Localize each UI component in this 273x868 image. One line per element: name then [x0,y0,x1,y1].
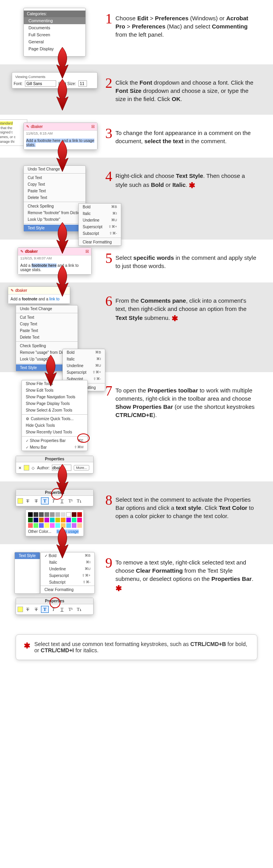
swatch[interactable] [34,523,38,528]
style-bold[interactable]: ✓ Bold⌘B [41,552,94,559]
swatch[interactable] [61,512,66,517]
style-underline[interactable]: Underline⌘U [63,362,105,369]
show-pagenav-tools[interactable]: Show Page Navigation Tools [22,394,87,400]
swatch[interactable] [34,518,38,522]
comment-text[interactable]: Add a footnote here and a link to usage … [18,261,91,274]
super-button[interactable]: T¹ [67,606,74,613]
swatch[interactable] [44,512,49,517]
show-edit-tools[interactable]: Show Edit Tools [22,387,87,394]
swatch[interactable] [55,518,60,522]
bold-button[interactable]: T [41,497,49,504]
ctx-cut[interactable]: Cut Text [24,174,85,181]
ctx-spelling[interactable]: Check Spelling [16,343,78,349]
underline-button[interactable]: T [58,606,66,613]
ctx-remove-dict[interactable]: Remove "footnote" from Dictionary [24,209,85,216]
category-item-fullscreen[interactable]: Full Screen [24,31,85,38]
author-field[interactable] [52,465,71,471]
swatch[interactable] [28,518,33,522]
show-selectzoom-tools[interactable]: Show Select & Zoom Tools [22,407,87,414]
style-subscript[interactable]: Subscript⇧⌘- [79,230,121,237]
category-item-commenting[interactable]: Commenting [24,17,85,24]
swatch[interactable] [39,518,44,522]
strike1-button[interactable]: T [24,606,32,613]
ctx-paste[interactable]: Paste Text [16,327,78,334]
super-button[interactable]: T¹ [67,497,74,504]
swatch[interactable] [72,523,76,528]
show-recent-tools[interactable]: Show Recently Used Tools [22,429,87,435]
swatch[interactable] [66,523,71,528]
style-superscript[interactable]: Superscript⇧⌘+ [41,572,94,579]
customize-quick-tools[interactable]: Customize Quick Tools... [22,415,87,422]
swatch[interactable] [77,523,82,528]
category-item-general[interactable]: General [24,38,85,45]
swatch[interactable] [44,523,49,528]
ctx-copy[interactable]: Copy Text [24,181,85,188]
font-dropdown[interactable] [25,80,56,87]
comment-text[interactable]: Add a footnote and a link to [8,295,70,304]
ctx-delete[interactable]: Delete Text [24,194,85,201]
swatch[interactable] [50,518,55,522]
bold-button[interactable]: T [41,606,49,613]
ctx-spelling[interactable]: Check Spelling [24,203,85,209]
hide-quick-tools[interactable]: Hide Quick Tools [22,422,87,429]
swatch[interactable] [50,512,55,517]
comment-text[interactable]: Add a footnote here and a link to usage … [24,136,97,149]
ctx-lookup[interactable]: Look Up "footnote" [24,216,85,223]
swatch[interactable] [50,523,55,528]
opacity-icon[interactable]: ◇ [32,466,35,470]
swatch[interactable] [39,512,44,517]
style-subscript[interactable]: Subscript⇧⌘- [41,579,94,586]
ctx-undo[interactable]: Undo Text Change [16,305,78,312]
color-swatch[interactable] [24,465,29,470]
menu-bar[interactable]: Menu Bar⇧⌘M [22,444,87,451]
show-file-tools[interactable]: Show File Tools [22,380,87,387]
style-bold[interactable]: Bold⌘B [63,349,105,356]
close-icon[interactable]: ☒ [91,124,95,129]
swatch[interactable] [66,512,71,517]
text-color-button[interactable] [18,498,23,504]
text-color-button[interactable] [18,607,23,612]
swatch[interactable] [28,523,33,528]
ctx-cut[interactable]: Cut Text [16,314,78,321]
style-italic[interactable]: Italic⌘I [41,559,94,566]
ctx-delete[interactable]: Delete Text [16,334,78,341]
style-bold[interactable]: Bold⌘B [79,204,121,210]
style-clear[interactable]: Clear Formatting [41,586,94,593]
swatch[interactable] [72,512,76,517]
swatch[interactable] [61,518,66,522]
ctx-copy[interactable]: Copy Text [16,321,78,327]
swatch[interactable] [39,523,44,528]
swatch[interactable] [77,512,82,517]
swatch[interactable] [55,523,60,528]
ctx-paste[interactable]: Paste Text [24,188,85,194]
style-underline[interactable]: Underline⌘U [41,566,94,572]
style-underline[interactable]: Underline⌘U [79,217,121,224]
swatch[interactable] [66,518,71,522]
swatch[interactable] [28,512,33,517]
swatch[interactable] [61,523,66,528]
category-item-documents[interactable]: Documents [24,24,85,31]
swatch[interactable] [77,518,82,522]
style-italic[interactable]: Italic⌘I [63,356,105,362]
strike2-button[interactable]: T [32,497,40,504]
strike2-button[interactable]: T [32,606,40,613]
close-icon[interactable]: ✕ [18,466,21,470]
swatch[interactable] [44,518,49,522]
show-pagedisp-tools[interactable]: Show Page Display Tools [22,400,87,407]
more-button[interactable]: More... [74,465,89,470]
strike1-button[interactable]: T [24,497,32,504]
swatch[interactable] [72,518,76,522]
style-superscript[interactable]: Superscript⇧⌘+ [79,224,121,230]
swatch[interactable] [34,512,38,517]
sub-button[interactable]: T₁ [75,606,83,613]
ctx-text-style[interactable]: Text Style▶ [24,225,85,231]
category-item-pagedisplay[interactable]: Page Display [24,45,85,52]
sub-button[interactable]: T₁ [75,497,83,504]
ctx-undo[interactable]: Undo Text Change [24,166,85,172]
close-icon[interactable]: ☒ [85,249,89,254]
font-size-field[interactable] [78,80,87,87]
style-italic[interactable]: Italic⌘I [79,210,121,217]
other-color-button[interactable]: Other Color... link to usage [28,528,81,534]
ctx-text-style[interactable]: Text Style [15,552,40,559]
swatch[interactable] [55,512,60,517]
